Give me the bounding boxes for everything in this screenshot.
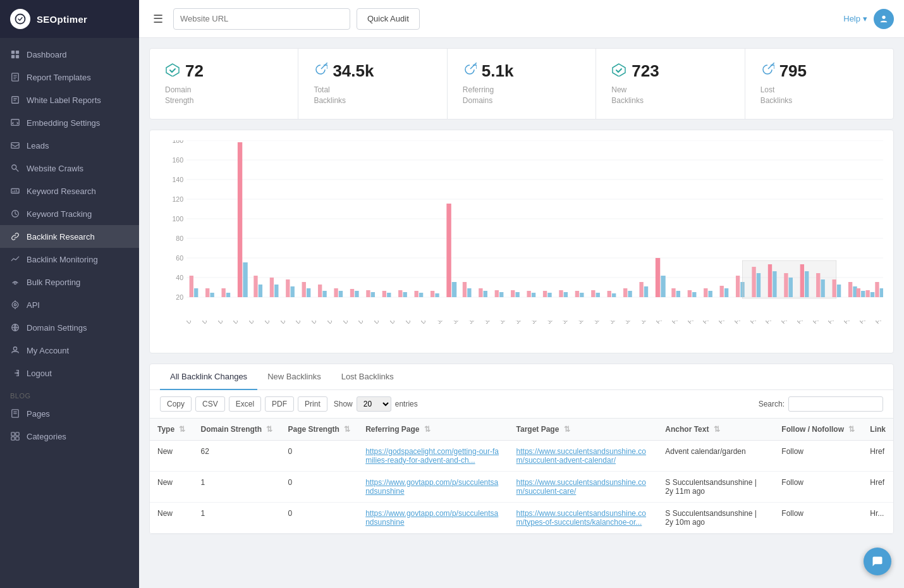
cell-target-page-2[interactable]: https://www.succulentsandsunshine.com/ty… xyxy=(509,502,658,533)
col-header-link[interactable]: Link xyxy=(862,419,893,441)
svg-rect-110 xyxy=(608,291,611,297)
sidebar-item-categories[interactable]: Categories xyxy=(0,425,139,448)
website-crawls-icon xyxy=(10,163,20,173)
sidebar-item-api[interactable]: API xyxy=(0,293,139,316)
lost-backlinks-icon xyxy=(760,63,774,80)
sidebar-item-keyword-tracking[interactable]: Keyword Tracking xyxy=(0,202,139,225)
print-button[interactable]: Print xyxy=(298,396,327,412)
cell-target-page-1[interactable]: https://www.succulentsandsunshine.com/su… xyxy=(509,471,658,502)
sidebar-item-backlink-research[interactable]: Backlink Research xyxy=(0,225,139,248)
cell-follow-nofollow-1: Follow xyxy=(774,471,862,502)
col-header-domain-strength[interactable]: Domain Strength ⇅ xyxy=(193,419,280,441)
cell-target-page-0[interactable]: https://www.succulentsandsunshine.com/su… xyxy=(509,440,658,471)
hamburger-button[interactable]: ☰ xyxy=(149,9,167,28)
svg-rect-102 xyxy=(543,291,547,297)
stat-value-total-backlinks: 34.5k xyxy=(314,61,431,81)
svg-rect-108 xyxy=(591,290,595,297)
sidebar-item-report-templates[interactable]: Report Templates xyxy=(0,66,139,89)
sort-icon-type: ⇅ xyxy=(179,425,185,434)
tab-new-backlinks[interactable]: New Backlinks xyxy=(257,364,331,390)
tab-all-backlink-changes[interactable]: All Backlink Changes xyxy=(160,364,257,390)
col-header-target-page[interactable]: Target Page ⇅ xyxy=(509,419,658,441)
table-search-input[interactable] xyxy=(788,396,883,412)
sidebar-item-keyword-research-label: Keyword Research xyxy=(27,187,96,196)
table-scroll-area: Type ⇅ Domain Strength ⇅ Page Strength ⇅ xyxy=(150,419,893,534)
svg-line-38 xyxy=(470,63,477,69)
svg-text:180: 180 xyxy=(172,140,183,144)
cell-anchor-text-2: S Succulentsandsunshine | 2y 10m ago xyxy=(657,502,774,533)
pdf-button[interactable]: PDF xyxy=(265,396,294,412)
svg-rect-35 xyxy=(16,437,19,440)
svg-rect-58 xyxy=(190,276,193,297)
cell-referring-page-0[interactable]: https://godspacelight.com/getting-our-fa… xyxy=(358,440,508,471)
categories-icon xyxy=(10,431,20,441)
backlink-chart-container: 180 160 140 120 100 80 60 40 20 xyxy=(149,130,894,353)
sidebar-logo[interactable]: SEOptimer xyxy=(0,0,139,38)
sidebar-item-embedding-settings[interactable]: Embedding Settings xyxy=(0,111,139,134)
svg-rect-131 xyxy=(768,264,772,297)
svg-text:100: 100 xyxy=(172,216,183,223)
stat-value-new-backlinks: 723 xyxy=(611,61,729,81)
col-header-referring-page[interactable]: Referring Page ⇅ xyxy=(358,419,508,441)
excel-button[interactable]: Excel xyxy=(229,396,261,412)
sidebar-item-my-account[interactable]: My Account xyxy=(0,339,139,362)
cell-domain-strength-0: 62 xyxy=(193,440,280,471)
svg-rect-109 xyxy=(596,293,600,297)
col-header-anchor-text[interactable]: Anchor Text ⇅ xyxy=(657,419,774,441)
sidebar-item-my-account-label: My Account xyxy=(27,346,69,355)
svg-rect-134 xyxy=(789,278,793,297)
svg-rect-106 xyxy=(575,291,579,297)
svg-rect-121 xyxy=(692,292,696,297)
sidebar-item-website-crawls[interactable]: Website Crawls xyxy=(0,157,139,180)
col-header-page-strength[interactable]: Page Strength ⇅ xyxy=(280,419,358,441)
logo-icon xyxy=(10,9,30,29)
help-button[interactable]: Help ▾ xyxy=(843,14,867,23)
cell-referring-page-1[interactable]: https://www.govtapp.com/p/succulentsands… xyxy=(358,471,508,502)
cell-follow-nofollow-2: Follow xyxy=(774,502,862,533)
sidebar-item-logout[interactable]: Logout xyxy=(0,362,139,384)
csv-button[interactable]: CSV xyxy=(195,396,225,412)
col-header-type[interactable]: Type ⇅ xyxy=(150,419,193,441)
leads-icon xyxy=(10,140,20,150)
svg-line-39 xyxy=(768,63,774,69)
sidebar-item-leads[interactable]: Leads xyxy=(0,134,139,157)
url-input[interactable] xyxy=(173,8,350,30)
entries-select[interactable]: 20 50 100 xyxy=(357,396,391,412)
table-row: New 1 0 https://www.govtapp.com/p/succul… xyxy=(150,502,893,533)
cell-link-2: Hr... xyxy=(862,502,893,533)
sidebar-item-backlink-monitoring-label: Backlink Monitoring xyxy=(27,255,98,264)
tab-lost-backlinks[interactable]: Lost Backlinks xyxy=(331,364,404,390)
svg-text:80: 80 xyxy=(176,235,183,242)
cell-referring-page-2[interactable]: https://www.govtapp.com/p/succulentsands… xyxy=(358,502,508,533)
col-header-follow-nofollow[interactable]: Follow / Nofollow ⇅ xyxy=(774,419,862,441)
sidebar-item-domain-settings[interactable]: Domain Settings xyxy=(0,316,139,339)
svg-rect-116 xyxy=(656,258,660,297)
api-icon xyxy=(10,300,20,310)
sidebar-item-pages[interactable]: Pages xyxy=(0,402,139,425)
sort-icon-target-page: ⇅ xyxy=(564,425,570,434)
sidebar-item-leads-label: Leads xyxy=(27,141,49,150)
sidebar-item-backlink-monitoring[interactable]: Backlink Monitoring xyxy=(0,248,139,271)
main-content: ☰ Quick Audit Help ▾ 72 Domain xyxy=(139,0,904,588)
sidebar-item-bulk-reporting[interactable]: Bulk Reporting xyxy=(0,271,139,293)
sidebar-item-keyword-research[interactable]: Keyword Research xyxy=(0,180,139,202)
svg-rect-125 xyxy=(724,288,728,297)
svg-rect-123 xyxy=(709,291,712,297)
sidebar-item-white-label-reports[interactable]: White Label Reports xyxy=(0,89,139,111)
svg-rect-66 xyxy=(253,276,257,297)
sidebar-item-dashboard[interactable]: Dashboard xyxy=(0,43,139,66)
white-label-icon xyxy=(10,95,20,105)
sort-icon-domain-strength: ⇅ xyxy=(266,425,272,434)
svg-rect-139 xyxy=(832,279,836,297)
svg-point-27 xyxy=(13,347,16,350)
chat-bubble-button[interactable] xyxy=(864,548,891,575)
table-row: New 1 0 https://www.govtapp.com/p/succul… xyxy=(150,471,893,502)
sidebar-item-bulk-reporting-label: Bulk Reporting xyxy=(27,278,80,287)
copy-button[interactable]: Copy xyxy=(160,396,192,412)
svg-rect-34 xyxy=(11,437,15,440)
svg-rect-60 xyxy=(205,288,209,297)
user-icon-button[interactable] xyxy=(874,9,894,29)
svg-rect-140 xyxy=(837,285,841,297)
quick-audit-button[interactable]: Quick Audit xyxy=(357,8,420,30)
svg-rect-78 xyxy=(350,289,354,297)
